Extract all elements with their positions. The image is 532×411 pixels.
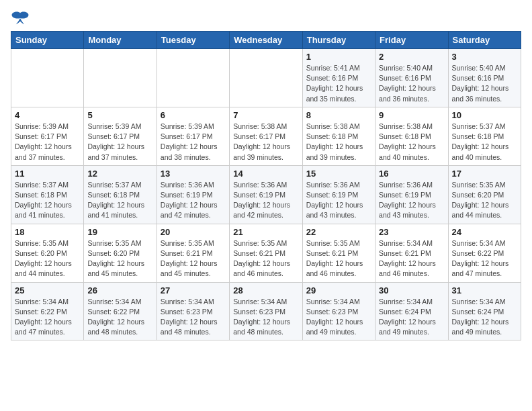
day-info: Sunrise: 5:37 AM Sunset: 6:18 PM Dayligh… [15,180,80,221]
day-number: 12 [87,169,152,179]
day-info: Sunrise: 5:34 AM Sunset: 6:23 PM Dayligh… [161,297,226,338]
calendar-week-5: 25Sunrise: 5:34 AM Sunset: 6:22 PM Dayli… [11,282,521,340]
day-number: 8 [306,110,371,120]
day-number: 9 [379,110,444,120]
day-number: 23 [379,227,444,237]
calendar-table: SundayMondayTuesdayWednesdayThursdayFrid… [11,31,521,340]
day-number: 15 [306,169,371,179]
day-info: Sunrise: 5:40 AM Sunset: 6:16 PM Dayligh… [379,63,444,104]
day-info: Sunrise: 5:39 AM Sunset: 6:17 PM Dayligh… [161,122,226,163]
weekday-header-row: SundayMondayTuesdayWednesdayThursdayFrid… [11,32,521,49]
calendar-cell: 2Sunrise: 5:40 AM Sunset: 6:16 PM Daylig… [375,49,448,107]
day-number: 25 [15,285,80,295]
day-info: Sunrise: 5:35 AM Sunset: 6:20 PM Dayligh… [452,180,517,221]
calendar-cell: 16Sunrise: 5:36 AM Sunset: 6:19 PM Dayli… [375,165,448,224]
day-info: Sunrise: 5:36 AM Sunset: 6:19 PM Dayligh… [379,180,444,221]
calendar-cell: 12Sunrise: 5:37 AM Sunset: 6:18 PM Dayli… [84,165,157,224]
weekday-header-sunday: Sunday [11,32,84,49]
day-number: 28 [233,285,298,295]
day-number: 22 [306,227,371,237]
calendar-cell: 4Sunrise: 5:39 AM Sunset: 6:17 PM Daylig… [11,107,84,165]
day-info: Sunrise: 5:34 AM Sunset: 6:21 PM Dayligh… [379,238,444,279]
day-info: Sunrise: 5:35 AM Sunset: 6:21 PM Dayligh… [161,238,226,279]
day-number: 7 [233,110,298,120]
day-number: 17 [452,169,517,179]
calendar-cell: 11Sunrise: 5:37 AM Sunset: 6:18 PM Dayli… [11,165,84,224]
day-number: 4 [15,110,80,120]
calendar-cell: 6Sunrise: 5:39 AM Sunset: 6:17 PM Daylig… [157,107,229,165]
day-info: Sunrise: 5:37 AM Sunset: 6:18 PM Dayligh… [87,180,152,221]
calendar-cell: 25Sunrise: 5:34 AM Sunset: 6:22 PM Dayli… [11,282,84,340]
calendar-cell: 26Sunrise: 5:34 AM Sunset: 6:22 PM Dayli… [84,282,157,340]
day-info: Sunrise: 5:38 AM Sunset: 6:18 PM Dayligh… [306,122,371,163]
day-number: 1 [306,52,371,62]
calendar-cell: 28Sunrise: 5:34 AM Sunset: 6:23 PM Dayli… [230,282,302,340]
day-number: 30 [379,285,444,295]
day-number: 29 [306,285,371,295]
calendar-cell: 3Sunrise: 5:40 AM Sunset: 6:16 PM Daylig… [448,49,521,107]
calendar-cell: 17Sunrise: 5:35 AM Sunset: 6:20 PM Dayli… [448,165,521,224]
day-info: Sunrise: 5:34 AM Sunset: 6:24 PM Dayligh… [379,297,444,338]
day-info: Sunrise: 5:34 AM Sunset: 6:22 PM Dayligh… [15,297,80,338]
day-number: 31 [452,285,517,295]
calendar-cell: 14Sunrise: 5:36 AM Sunset: 6:19 PM Dayli… [230,165,302,224]
day-info: Sunrise: 5:38 AM Sunset: 6:17 PM Dayligh… [233,122,298,163]
day-number: 24 [452,227,517,237]
day-info: Sunrise: 5:39 AM Sunset: 6:17 PM Dayligh… [15,122,80,163]
calendar-cell [230,49,302,107]
calendar-cell: 9Sunrise: 5:38 AM Sunset: 6:18 PM Daylig… [375,107,448,165]
day-number: 11 [15,169,80,179]
day-number: 26 [87,285,152,295]
day-number: 18 [15,227,80,237]
calendar-cell: 13Sunrise: 5:36 AM Sunset: 6:19 PM Dayli… [157,165,229,224]
day-number: 14 [233,169,298,179]
day-number: 20 [161,227,226,237]
day-info: Sunrise: 5:36 AM Sunset: 6:19 PM Dayligh… [306,180,371,221]
calendar-cell: 8Sunrise: 5:38 AM Sunset: 6:18 PM Daylig… [302,107,375,165]
calendar-cell: 7Sunrise: 5:38 AM Sunset: 6:17 PM Daylig… [230,107,302,165]
page-header [11,11,521,26]
day-info: Sunrise: 5:34 AM Sunset: 6:22 PM Dayligh… [452,238,517,279]
day-info: Sunrise: 5:35 AM Sunset: 6:21 PM Dayligh… [233,238,298,279]
calendar-cell: 21Sunrise: 5:35 AM Sunset: 6:21 PM Dayli… [230,224,302,282]
day-number: 16 [379,169,444,179]
day-number: 19 [87,227,152,237]
day-info: Sunrise: 5:36 AM Sunset: 6:19 PM Dayligh… [233,180,298,221]
day-number: 6 [161,110,226,120]
day-info: Sunrise: 5:35 AM Sunset: 6:21 PM Dayligh… [306,238,371,279]
day-info: Sunrise: 5:38 AM Sunset: 6:18 PM Dayligh… [379,122,444,163]
calendar-cell: 29Sunrise: 5:34 AM Sunset: 6:23 PM Dayli… [302,282,375,340]
day-number: 13 [161,169,226,179]
day-info: Sunrise: 5:34 AM Sunset: 6:22 PM Dayligh… [87,297,152,338]
weekday-header-friday: Friday [375,32,448,49]
day-number: 10 [452,110,517,120]
day-number: 21 [233,227,298,237]
calendar-week-1: 1Sunrise: 5:41 AM Sunset: 6:16 PM Daylig… [11,49,521,107]
calendar-week-3: 11Sunrise: 5:37 AM Sunset: 6:18 PM Dayli… [11,165,521,224]
day-number: 2 [379,52,444,62]
calendar-cell: 18Sunrise: 5:35 AM Sunset: 6:20 PM Dayli… [11,224,84,282]
day-info: Sunrise: 5:41 AM Sunset: 6:16 PM Dayligh… [306,63,371,104]
calendar-cell: 10Sunrise: 5:37 AM Sunset: 6:18 PM Dayli… [448,107,521,165]
logo [11,11,32,26]
calendar-week-4: 18Sunrise: 5:35 AM Sunset: 6:20 PM Dayli… [11,224,521,282]
calendar-cell: 23Sunrise: 5:34 AM Sunset: 6:21 PM Dayli… [375,224,448,282]
calendar-cell: 20Sunrise: 5:35 AM Sunset: 6:21 PM Dayli… [157,224,229,282]
weekday-header-monday: Monday [84,32,157,49]
calendar-cell: 30Sunrise: 5:34 AM Sunset: 6:24 PM Dayli… [375,282,448,340]
day-number: 3 [452,52,517,62]
day-info: Sunrise: 5:34 AM Sunset: 6:23 PM Dayligh… [306,297,371,338]
day-info: Sunrise: 5:35 AM Sunset: 6:20 PM Dayligh… [15,238,80,279]
calendar-cell: 24Sunrise: 5:34 AM Sunset: 6:22 PM Dayli… [448,224,521,282]
day-info: Sunrise: 5:36 AM Sunset: 6:19 PM Dayligh… [161,180,226,221]
logo-icon [11,11,30,26]
calendar-cell: 15Sunrise: 5:36 AM Sunset: 6:19 PM Dayli… [302,165,375,224]
weekday-header-thursday: Thursday [302,32,375,49]
calendar-week-2: 4Sunrise: 5:39 AM Sunset: 6:17 PM Daylig… [11,107,521,165]
day-info: Sunrise: 5:35 AM Sunset: 6:20 PM Dayligh… [87,238,152,279]
weekday-header-wednesday: Wednesday [230,32,302,49]
calendar-cell [157,49,229,107]
calendar-cell: 22Sunrise: 5:35 AM Sunset: 6:21 PM Dayli… [302,224,375,282]
calendar-cell: 19Sunrise: 5:35 AM Sunset: 6:20 PM Dayli… [84,224,157,282]
day-info: Sunrise: 5:34 AM Sunset: 6:24 PM Dayligh… [452,297,517,338]
